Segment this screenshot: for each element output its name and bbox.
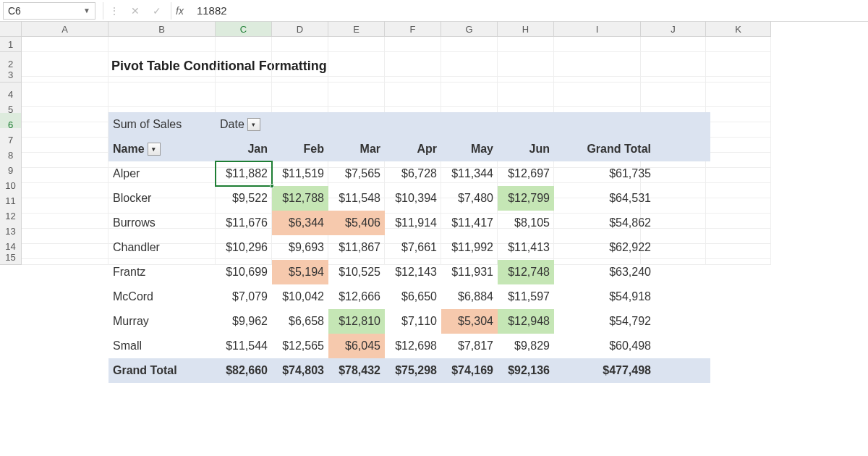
pivot-month-header-apr[interactable]: Apr [385, 137, 441, 161]
pivot-value-cell[interactable]: $9,693 [272, 235, 328, 260]
pivot-row-total[interactable]: $64,531 [554, 186, 655, 211]
cell-K15[interactable] [706, 250, 771, 265]
pivot-value-cell[interactable]: $12,143 [385, 260, 441, 265]
cell-G3[interactable] [441, 67, 498, 83]
cell-K3[interactable] [706, 67, 771, 83]
cell-D3[interactable] [272, 67, 328, 83]
pivot-value-cell[interactable]: $11,548 [328, 186, 385, 211]
pivot-month-header-jan[interactable]: Jan [216, 137, 272, 161]
pivot-value-cell[interactable]: $11,931 [441, 260, 498, 265]
pivot-value-cell[interactable]: $12,788 [272, 186, 328, 211]
pivot-value-cell[interactable]: $6,344 [272, 211, 328, 235]
pivot-value-cell[interactable]: $12,697 [498, 161, 554, 186]
pivot-value-cell[interactable]: $8,105 [498, 211, 554, 235]
row-header-3[interactable]: 3 [0, 67, 22, 83]
cell-B1[interactable] [109, 37, 216, 52]
pivot-row-total[interactable]: $62,922 [554, 235, 655, 260]
pivot-value-cell[interactable]: $12,799 [498, 186, 554, 211]
pivot-month-header-mar[interactable]: Mar [328, 137, 385, 161]
pivot-row-name[interactable]: Alper [109, 161, 216, 186]
cell-B3[interactable] [109, 67, 216, 83]
column-header-J[interactable]: J [641, 22, 706, 37]
pivot-table: Sum of SalesDate▾Name▾JanFebMarAprMayJun… [109, 112, 710, 265]
cell-D1[interactable] [272, 37, 328, 52]
column-header-F[interactable]: F [385, 22, 441, 37]
cell-A15[interactable] [22, 250, 109, 265]
select-all-corner[interactable] [0, 22, 22, 37]
cell-J3[interactable] [641, 67, 706, 83]
pivot-row-name[interactable]: Frantz [109, 260, 216, 265]
cell-F3[interactable] [385, 67, 441, 83]
pivot-value-cell[interactable]: $5,194 [272, 260, 328, 265]
pivot-row-name[interactable]: Blocker [109, 186, 216, 211]
pivot-row-total[interactable]: $63,240 [554, 260, 655, 265]
column-header-G[interactable]: G [441, 22, 498, 37]
row-header-15[interactable]: 15 [0, 250, 22, 265]
cell-A1[interactable] [22, 37, 109, 52]
fx-label[interactable]: fx [171, 2, 188, 20]
pivot-value-cell[interactable]: $12,748 [498, 260, 554, 265]
pivot-value-cell[interactable]: $6,728 [385, 161, 441, 186]
pivot-value-cell[interactable]: $11,519 [272, 161, 328, 186]
pivot-date-label: Date [220, 118, 244, 131]
column-header-A[interactable]: A [22, 22, 109, 37]
column-header-H[interactable]: H [498, 22, 554, 37]
pivot-value-cell[interactable]: $11,417 [441, 211, 498, 235]
formula-input[interactable]: 11882 [188, 2, 868, 20]
dropdown-icon[interactable]: ▼ [83, 7, 90, 14]
cell-F1[interactable] [385, 37, 441, 52]
pivot-value-cell[interactable]: $11,867 [328, 235, 385, 260]
row-header-1[interactable]: 1 [0, 37, 22, 52]
pivot-value-cell[interactable]: $11,882 [216, 161, 272, 186]
pivot-month-header-feb[interactable]: Feb [272, 137, 328, 161]
pivot-month-header-jun[interactable]: Jun [498, 137, 554, 161]
pivot-value-cell[interactable]: $11,676 [216, 211, 272, 235]
pivot-value-cell[interactable]: $7,565 [328, 161, 385, 186]
column-header-E[interactable]: E [328, 22, 385, 37]
cell-G1[interactable] [441, 37, 498, 52]
pivot-value-cell[interactable]: $11,413 [498, 235, 554, 260]
fill-handle[interactable] [270, 184, 274, 188]
column-header-C[interactable]: C [216, 22, 272, 37]
pivot-row-name[interactable]: Chandler [109, 235, 216, 260]
name-box[interactable]: C6 ▼ [3, 2, 95, 20]
column-header-K[interactable]: K [706, 22, 771, 37]
pivot-data-row: Chandler$10,296$9,693$11,867$7,661$11,99… [109, 235, 710, 260]
pivot-value-cell[interactable]: $10,394 [385, 186, 441, 211]
cell-C3[interactable] [216, 67, 272, 83]
pivot-value-cell[interactable]: $10,699 [216, 260, 272, 265]
cell-H3[interactable] [498, 67, 554, 83]
name-filter-button[interactable]: ▾ [148, 143, 161, 156]
pivot-row-name[interactable]: Burrows [109, 211, 216, 235]
cell-E1[interactable] [328, 37, 385, 52]
column-header-I[interactable]: I [554, 22, 641, 37]
pivot-value-cell[interactable]: $10,525 [328, 260, 385, 265]
cell-I3[interactable] [554, 67, 641, 83]
pivot-name-label: Name [113, 143, 145, 156]
pivot-value-cell[interactable]: $11,992 [441, 235, 498, 260]
pivot-grand-total-header[interactable]: Grand Total [554, 137, 655, 161]
cell-E3[interactable] [328, 67, 385, 83]
date-filter-button[interactable]: ▾ [247, 118, 260, 131]
enter-icon[interactable]: ✓ [146, 2, 168, 20]
cell-I1[interactable] [554, 37, 641, 52]
pivot-value-cell[interactable]: $9,522 [216, 186, 272, 211]
column-header-B[interactable]: B [109, 22, 216, 37]
pivot-value-cell[interactable]: $11,914 [385, 211, 441, 235]
column-header-D[interactable]: D [272, 22, 328, 37]
pivot-row-total[interactable]: $54,862 [554, 211, 655, 235]
pivot-value-cell[interactable]: $7,661 [385, 235, 441, 260]
pivot-row-total[interactable]: $61,735 [554, 161, 655, 186]
pivot-date-label-cell: Date▾ [216, 112, 273, 137]
cell-J1[interactable] [641, 37, 706, 52]
cell-H1[interactable] [498, 37, 554, 52]
pivot-value-cell[interactable]: $5,406 [328, 211, 385, 235]
cell-C1[interactable] [216, 37, 272, 52]
cell-A3[interactable] [22, 67, 109, 83]
pivot-value-cell[interactable]: $7,480 [441, 186, 498, 211]
cell-K1[interactable] [706, 37, 771, 52]
pivot-value-cell[interactable]: $11,344 [441, 161, 498, 186]
cancel-icon[interactable]: ✕ [124, 2, 146, 20]
pivot-value-cell[interactable]: $10,296 [216, 235, 272, 260]
pivot-month-header-may[interactable]: May [441, 137, 498, 161]
